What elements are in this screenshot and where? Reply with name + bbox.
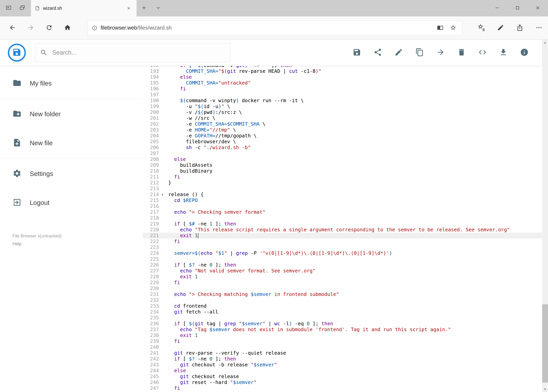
code-line[interactable]: 244 else [143,368,542,374]
code-line[interactable]: 231 echo "> Checking matching $semver in… [143,291,542,297]
code-line[interactable]: 227 echo "Not valid semver format. See s… [143,268,542,274]
maximize-button[interactable] [507,0,528,16]
address-bar[interactable]: filebrowser.web/files/wizard.sh [87,21,462,35]
code-line[interactable]: 200 -v /$(pwd):/src:z \ [143,109,542,115]
save-button[interactable] [353,48,361,57]
code-line[interactable]: 236 if [ $(git tag | grep "$semver" | wc… [143,321,542,327]
share-button[interactable] [374,48,382,57]
browser-tab[interactable]: wizard.sh [31,0,137,16]
code-line[interactable]: 203 -e HOME="//tmp" \ [143,127,542,133]
scroll-up-arrow-icon[interactable]: ▲ [542,40,548,45]
scroll-down-arrow-icon[interactable]: ▼ [542,386,548,392]
code-line[interactable]: 239 fi [143,338,542,344]
code-line[interactable]: 201 -w //src \ [143,115,542,121]
code-line[interactable]: 221 exit 1 [143,233,542,238]
code-line[interactable]: 223 [143,245,542,250]
add-favorite-button[interactable] [448,23,458,33]
close-tab-icon[interactable] [125,4,133,12]
code-line[interactable]: 237 echo "Tag $semver does not exist in … [143,327,542,333]
code-line[interactable]: 226 if [ $? -ne 0 ]; then [143,262,542,268]
code-line[interactable]: 233 cd frontend [143,303,542,309]
url-text[interactable]: filebrowser.web/files/wizard.sh [101,25,172,31]
code-line[interactable]: 208 else [143,156,542,162]
code-line[interactable]: 243 git checkout -b release "$semver" [143,362,542,368]
code-line[interactable]: 195 COMMIT_SHA="untracked" [143,80,542,86]
rename-button[interactable] [395,48,403,57]
code-line[interactable]: 210 buildBinary [143,168,542,174]
web-note-button[interactable] [495,22,506,34]
share-page-button[interactable] [514,22,525,34]
code-line[interactable]: 212} [143,180,542,186]
code-line[interactable]: 219 if [ $# -ne 1 ]; then [143,221,542,227]
code-line[interactable]: 206 sh -c "./wizard.sh -b" [143,145,542,150]
code-line[interactable]: 229 fi [143,280,542,286]
code-line[interactable]: 228 exit 1 [143,274,542,280]
tabs-preview-button[interactable] [16,2,28,14]
search-input[interactable] [52,49,225,56]
tabs-set-aside-button[interactable] [2,2,15,14]
code-line[interactable]: 230 [143,286,542,291]
info-button[interactable] [520,48,529,57]
move-button[interactable] [436,48,445,57]
code-line[interactable]: 202 -e COMMIT_SHA=$COMMIT_SHA \ [143,121,542,127]
sidebar-item-settings[interactable]: Settings [0,159,143,188]
code-line[interactable]: 232 [143,297,542,303]
search-box[interactable] [35,43,230,62]
code-line[interactable]: 242 if [ $? -ne 0 ]; then [143,356,542,362]
code-line[interactable]: 224 semver=$(echo "$1" | grep -P '^v(0|[… [143,250,542,256]
home-button[interactable] [60,21,75,35]
sidebar-item-my-files[interactable]: My files [0,69,143,98]
code-line[interactable]: 198 $(command -v winpty) docker run --rm… [143,98,542,104]
forward-button[interactable] [23,21,38,35]
code-line[interactable]: 216 [143,203,542,209]
code-line[interactable]: 234 git fetch --all [143,309,542,315]
code-line[interactable]: 205 filebrowser/dev \ [143,139,542,145]
delete-button[interactable] [457,48,466,57]
code-line[interactable]: 246 git reset --hard "$semver" [143,379,542,385]
code-line[interactable]: 240 [143,344,542,350]
page-scrollbar[interactable]: ▲ ▼ [542,40,548,392]
code-line[interactable]: 196 fi [143,86,542,92]
code-editor[interactable]: 192 if [ "$(command -v git)" != "" ]; th… [143,66,542,392]
scrollbar-thumb[interactable] [542,304,548,383]
code-line[interactable]: 213 [143,186,542,192]
reading-view-button[interactable] [435,23,445,33]
code-line[interactable]: 222 fi [143,238,542,245]
minimize-button[interactable] [487,0,507,16]
code-line[interactable]: 241 git rev-parse --verify --quiet relea… [143,350,542,356]
code-view-button[interactable] [478,48,487,57]
more-options-button[interactable] [534,22,544,34]
back-button[interactable] [5,21,20,35]
help-link[interactable]: Help [13,240,21,247]
code-line[interactable]: 217 echo "> Checking semver format" [143,209,542,215]
code-line[interactable]: 245 git checkout release [143,374,542,379]
code-line[interactable]: 197 [143,92,542,98]
code-line[interactable]: 218 [143,215,542,221]
sidebar-item-new-folder[interactable]: New folder [0,100,143,129]
refresh-button[interactable] [42,21,56,35]
sidebar-item-new-file[interactable]: New file [0,129,143,158]
code-line[interactable]: 238 exit 1 [143,333,542,338]
code-line[interactable]: 194 else [143,74,542,80]
fold-marker-icon[interactable]: ▾ [159,192,166,197]
download-button[interactable] [499,48,508,57]
code-line[interactable]: 235 [143,315,542,321]
new-tab-button[interactable] [137,0,152,16]
code-line[interactable]: 225 [143,256,542,262]
hub-favorites-button[interactable] [476,22,487,34]
code-line[interactable]: 215 cd $REPO [143,197,542,203]
code-line[interactable]: 220 echo "This release script requires a… [143,227,542,233]
sidebar-item-logout[interactable]: Logout [0,188,143,217]
code-line[interactable]: 192 if [ "$(command -v git)" != "" ]; th… [143,66,542,68]
code-line[interactable]: 199 -u "$(id -u)" \ [143,104,542,109]
close-button[interactable] [528,0,548,16]
code-line[interactable]: 214▾release () { [143,192,542,197]
code-line[interactable]: 193 COMMIT_SHA="$(git rev-parse HEAD | c… [143,68,542,74]
code-line[interactable]: 207 [143,150,542,156]
copy-button[interactable] [415,48,424,57]
site-info-icon[interactable] [91,25,97,31]
code-line[interactable]: 247 fi [143,385,542,391]
code-line[interactable]: 204 -e GOPATH=//tmp/gopath \ [143,133,542,139]
code-line[interactable]: 211 fi [143,174,542,180]
filebrowser-logo[interactable] [8,44,26,62]
